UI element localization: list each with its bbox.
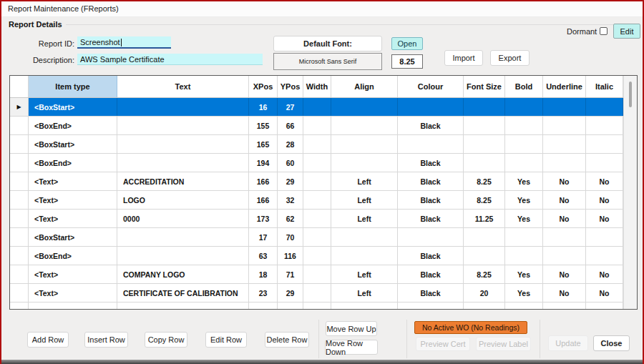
description-input[interactable]: AWS Sample Certificate bbox=[77, 54, 263, 65]
table-cell[interactable] bbox=[117, 154, 249, 172]
table-cell[interactable] bbox=[117, 135, 249, 153]
table-cell[interactable]: 173 bbox=[249, 210, 278, 227]
table-cell[interactable]: No bbox=[505, 302, 543, 310]
table-cell[interactable] bbox=[543, 247, 586, 265]
table-cell[interactable]: No bbox=[543, 284, 586, 302]
row-selector-cell[interactable] bbox=[10, 247, 29, 265]
table-cell[interactable] bbox=[464, 98, 505, 116]
table-cell[interactable] bbox=[586, 228, 623, 246]
open-button[interactable]: Open bbox=[391, 37, 423, 50]
header-cell-bold[interactable]: Bold bbox=[505, 76, 543, 97]
table-cell[interactable]: 20 bbox=[464, 284, 505, 302]
table-cell[interactable]: 166 bbox=[249, 191, 278, 209]
move-row-down-button[interactable]: Move Row Down bbox=[325, 340, 378, 355]
table-row[interactable]: <Text>ACCREDITATION16629LeftBlack8.25Yes… bbox=[10, 172, 637, 191]
row-selector-cell[interactable] bbox=[10, 191, 29, 209]
table-row[interactable]: <BoxStart>1770 bbox=[10, 228, 637, 247]
table-cell[interactable] bbox=[543, 228, 586, 246]
header-cell-align[interactable]: Align bbox=[331, 76, 398, 97]
table-cell[interactable]: <Text> bbox=[29, 172, 117, 190]
table-cell[interactable]: <Text> bbox=[29, 302, 117, 310]
table-cell[interactable] bbox=[398, 98, 464, 116]
table-cell[interactable] bbox=[117, 228, 249, 246]
table-cell[interactable] bbox=[331, 117, 398, 134]
table-cell[interactable] bbox=[303, 172, 331, 190]
table-cell[interactable]: No bbox=[586, 284, 623, 302]
table-cell[interactable]: LOGO bbox=[117, 191, 249, 209]
table-cell[interactable]: 17 bbox=[249, 228, 278, 246]
table-cell[interactable]: 28 bbox=[278, 135, 303, 153]
table-cell[interactable] bbox=[586, 98, 623, 116]
table-cell[interactable]: 29 bbox=[278, 284, 303, 302]
table-cell[interactable]: ACCREDITATION bbox=[117, 172, 249, 190]
table-cell[interactable]: Black bbox=[398, 172, 464, 190]
table-cell[interactable]: No bbox=[586, 265, 623, 283]
header-cell-colour[interactable]: Colour bbox=[398, 76, 464, 97]
row-selector-cell[interactable]: ▶ bbox=[10, 98, 29, 116]
row-selector-cell[interactable] bbox=[10, 172, 29, 190]
table-cell[interactable]: No bbox=[543, 265, 586, 283]
scrollbar-thumb[interactable] bbox=[629, 82, 632, 107]
table-cell[interactable]: Yes bbox=[505, 284, 543, 302]
table-cell[interactable] bbox=[543, 98, 586, 116]
table-cell[interactable]: <Text> bbox=[29, 284, 117, 302]
table-cell[interactable]: 17 bbox=[249, 302, 278, 310]
dormant-checkbox[interactable] bbox=[600, 27, 608, 35]
table-cell[interactable]: Left bbox=[331, 172, 398, 190]
row-selector-cell[interactable] bbox=[10, 117, 29, 134]
table-cell[interactable]: No bbox=[586, 302, 623, 310]
table-cell[interactable]: 63 bbox=[249, 247, 278, 265]
table-cell[interactable]: Left bbox=[331, 265, 398, 283]
preview-cert-button[interactable]: Preview Cert bbox=[416, 337, 470, 351]
table-row[interactable]: <Text>000017362LeftBlack11.25YesNoNo bbox=[10, 210, 637, 228]
table-row[interactable]: <BoxEnd>63116Black bbox=[10, 247, 637, 265]
table-cell[interactable] bbox=[303, 117, 331, 134]
import-button[interactable]: Import bbox=[444, 50, 483, 66]
table-cell[interactable]: Black bbox=[398, 210, 464, 227]
table-cell[interactable]: Left bbox=[331, 284, 398, 302]
delete-row-button[interactable]: Delete Row bbox=[265, 332, 309, 348]
table-cell[interactable]: No bbox=[543, 191, 586, 209]
table-cell[interactable]: 27 bbox=[278, 98, 303, 116]
move-row-up-button[interactable]: Move Row Up bbox=[326, 321, 377, 336]
add-row-button[interactable]: Add Row bbox=[27, 332, 69, 348]
table-cell[interactable] bbox=[464, 228, 505, 246]
table-cell[interactable] bbox=[117, 247, 249, 265]
table-cell[interactable] bbox=[331, 154, 398, 172]
table-cell[interactable]: Yes bbox=[505, 210, 543, 227]
close-button[interactable]: Close bbox=[593, 335, 630, 351]
table-cell[interactable]: Black bbox=[398, 302, 464, 310]
table-cell[interactable] bbox=[586, 117, 623, 134]
table-cell[interactable] bbox=[505, 135, 543, 153]
row-selector-cell[interactable] bbox=[10, 210, 29, 227]
table-cell[interactable] bbox=[505, 98, 543, 116]
table-row[interactable]: <Text>ISSUED BY1747LeftBlack11.25NoNoNo bbox=[10, 302, 637, 310]
table-row[interactable]: ▶<BoxStart>1627 bbox=[10, 98, 637, 117]
table-cell[interactable] bbox=[586, 247, 623, 265]
table-cell[interactable]: <BoxEnd> bbox=[29, 117, 117, 134]
table-cell[interactable] bbox=[331, 98, 398, 116]
default-font-button[interactable]: Default Font: bbox=[273, 36, 382, 51]
table-row[interactable]: <BoxStart>16528 bbox=[10, 135, 637, 154]
table-cell[interactable] bbox=[303, 247, 331, 265]
table-cell[interactable]: 71 bbox=[278, 265, 303, 283]
table-cell[interactable]: No bbox=[543, 172, 586, 190]
table-cell[interactable] bbox=[331, 247, 398, 265]
table-cell[interactable]: 70 bbox=[278, 228, 303, 246]
update-button[interactable]: Update bbox=[548, 335, 588, 351]
table-cell[interactable]: Left bbox=[331, 191, 398, 209]
table-cell[interactable] bbox=[543, 135, 586, 153]
insert-row-button[interactable]: Insert Row bbox=[84, 332, 128, 348]
table-cell[interactable]: No bbox=[586, 210, 623, 227]
table-cell[interactable]: 11.25 bbox=[464, 210, 505, 227]
table-cell[interactable]: 60 bbox=[278, 154, 303, 172]
table-cell[interactable] bbox=[505, 247, 543, 265]
table-row[interactable]: <Text>LOGO16632LeftBlack8.25YesNoNo bbox=[10, 191, 637, 210]
table-cell[interactable]: <Text> bbox=[29, 191, 117, 209]
table-cell[interactable]: ISSUED BY bbox=[117, 302, 249, 310]
table-cell[interactable]: 18 bbox=[249, 265, 278, 283]
table-cell[interactable]: No bbox=[543, 302, 586, 310]
table-cell[interactable]: 0000 bbox=[117, 210, 249, 227]
table-cell[interactable] bbox=[586, 135, 623, 153]
row-selector-cell[interactable] bbox=[10, 265, 29, 283]
